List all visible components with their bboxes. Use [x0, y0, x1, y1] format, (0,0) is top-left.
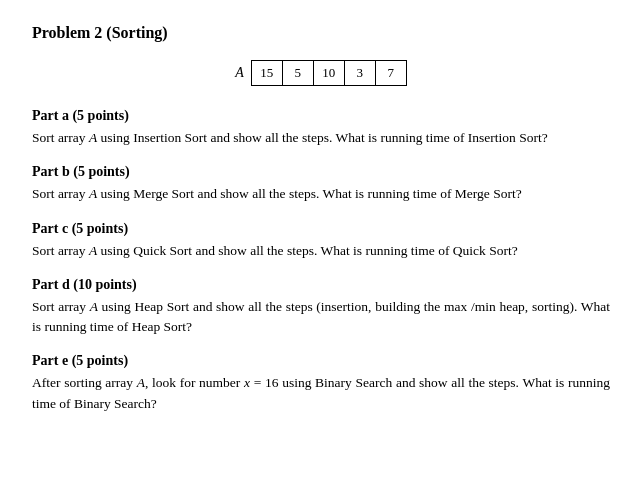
part-e-body: After sorting array A, look for number x…	[32, 373, 610, 414]
array-display: A 1551037	[32, 60, 610, 86]
part-d-body: Sort array A using Heap Sort and show al…	[32, 297, 610, 338]
part-c: Part c (5 points)Sort array A using Quic…	[32, 221, 610, 261]
array-cell-0: 15	[251, 60, 283, 86]
part-a-heading: Part a (5 points)	[32, 108, 610, 124]
part-c-heading: Part c (5 points)	[32, 221, 610, 237]
part-a-body: Sort array A using Insertion Sort and sh…	[32, 128, 610, 148]
array-cell-1: 5	[282, 60, 314, 86]
array-cell-3: 3	[344, 60, 376, 86]
array-cell-4: 7	[375, 60, 407, 86]
part-a: Part a (5 points)Sort array A using Inse…	[32, 108, 610, 148]
array-cells: 1551037	[252, 60, 407, 86]
part-e: Part e (5 points)After sorting array A, …	[32, 353, 610, 414]
page-title: Problem 2 (Sorting)	[32, 24, 610, 42]
parts-container: Part a (5 points)Sort array A using Inse…	[32, 108, 610, 414]
part-d: Part d (10 points)Sort array A using Hea…	[32, 277, 610, 338]
part-b: Part b (5 points)Sort array A using Merg…	[32, 164, 610, 204]
array-cell-2: 10	[313, 60, 345, 86]
part-c-body: Sort array A using Quick Sort and show a…	[32, 241, 610, 261]
array-label: A	[235, 65, 244, 81]
part-b-heading: Part b (5 points)	[32, 164, 610, 180]
part-b-body: Sort array A using Merge Sort and show a…	[32, 184, 610, 204]
part-d-heading: Part d (10 points)	[32, 277, 610, 293]
part-e-heading: Part e (5 points)	[32, 353, 610, 369]
